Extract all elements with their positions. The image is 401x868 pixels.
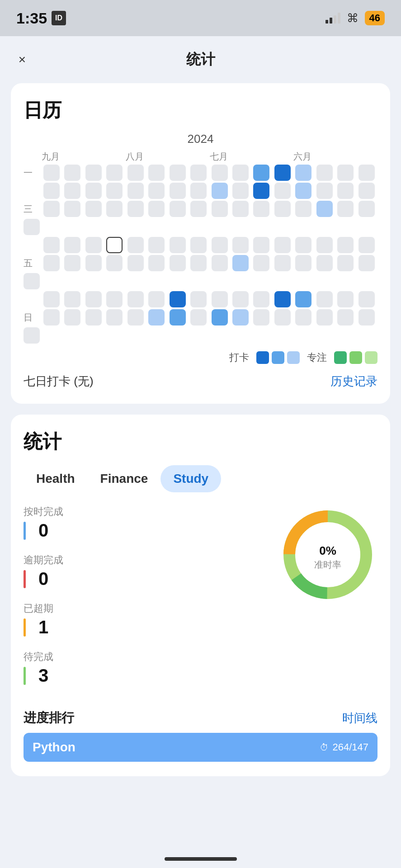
stats-section-title: 统计	[24, 429, 377, 454]
stat-overdue: 已超期 1	[24, 602, 269, 637]
stats-card: 统计 Health Finance Study 按时完成 0	[11, 415, 390, 776]
seven-day-row: 七日打卡 (无) 历史记录	[24, 373, 377, 389]
wifi-icon: ⌘	[347, 11, 359, 25]
tab-health[interactable]: Health	[24, 465, 88, 492]
page-title: 统计	[186, 50, 215, 70]
calendar-row-wed: 三	[24, 201, 377, 235]
time-display: 1:35	[16, 9, 47, 27]
stat-late-label: 逾期完成	[24, 553, 269, 567]
seven-day-label: 七日打卡 (无)	[24, 373, 94, 389]
calendar-row-fri: 五	[24, 255, 377, 289]
weekday-mon: 一	[24, 165, 42, 181]
calendar-row-sun: 日	[24, 309, 377, 344]
stat-ontime-label: 按时完成	[24, 505, 269, 519]
month-sep: 九月	[42, 151, 126, 163]
calendar-legend: 打卡 专注	[24, 351, 377, 364]
legend-green-light	[365, 351, 377, 364]
stats-content: 按时完成 0 逾期完成 0 已超期	[24, 505, 377, 698]
stat-bar-red	[24, 570, 26, 588]
calendar-row-thu	[24, 237, 377, 253]
weekday-fri: 五	[24, 255, 42, 271]
focus-label: 专注	[307, 351, 327, 364]
home-indicator	[165, 857, 237, 861]
calendar-section-title: 日历	[24, 98, 377, 123]
donut-chart: 0% 准时率	[278, 505, 377, 604]
stat-pending-value: 3	[38, 665, 48, 686]
stat-pending-label: 待完成	[24, 650, 269, 664]
calendar-row-mon: 一	[24, 165, 377, 181]
stat-bar-blue	[24, 522, 26, 540]
month-aug: 八月	[126, 151, 210, 163]
status-bar: 1:35 ID ⌘ 46	[0, 0, 401, 36]
weekday-wed: 三	[24, 201, 42, 217]
timeline-link[interactable]: 时间线	[342, 710, 377, 726]
progress-bar-row: Python ⏱ 264/147	[24, 733, 377, 762]
weekday-sun: 日	[24, 309, 42, 326]
legend-green-dark	[334, 351, 347, 364]
donut-sublabel: 准时率	[314, 559, 341, 571]
status-right-icons: ⌘ 46	[326, 11, 385, 25]
stat-bar-green	[24, 667, 26, 685]
signal-icon	[326, 13, 340, 24]
close-button[interactable]: ×	[11, 48, 33, 71]
month-jun: 六月	[293, 151, 377, 163]
calendar-year: 2024	[24, 132, 377, 146]
legend-blue-dark	[256, 351, 269, 364]
calendar-card: 日历 2024 九月 八月 七月 六月 一	[11, 83, 390, 404]
today-cell	[106, 237, 123, 253]
stats-left-panel: 按时完成 0 逾期完成 0 已超期	[24, 505, 269, 698]
app-container: × 统计 日历 2024 九月 八月 七月 六月 一	[0, 36, 401, 868]
stat-pending: 待完成 3	[24, 650, 269, 686]
stat-ontime: 按时完成 0	[24, 505, 269, 541]
tab-finance[interactable]: Finance	[88, 465, 161, 492]
battery-indicator: 46	[365, 11, 385, 25]
month-jul: 七月	[210, 151, 294, 163]
progress-title: 进度排行	[24, 709, 74, 726]
stats-tab-bar: Health Finance Study	[24, 465, 377, 492]
progress-header: 进度排行 时间线	[24, 709, 377, 726]
stat-bar-orange	[24, 618, 26, 637]
month-headers: 九月 八月 七月 六月	[24, 151, 377, 163]
calendar-row-tue	[24, 183, 377, 199]
stat-ontime-value: 0	[38, 520, 48, 541]
stat-overdue-value: 1	[38, 617, 48, 637]
page-header: × 统计	[11, 50, 390, 70]
punchin-label: 打卡	[229, 351, 249, 364]
stat-overdue-label: 已超期	[24, 602, 269, 615]
stat-late-value: 0	[38, 569, 48, 589]
donut-percent: 0%	[314, 538, 341, 559]
stat-late: 逾期完成 0	[24, 553, 269, 589]
legend-green-mid	[349, 351, 362, 364]
progress-bar-label: Python	[33, 740, 75, 755]
legend-blue-light	[287, 351, 300, 364]
id-icon: ID	[52, 11, 66, 25]
status-time: 1:35 ID	[16, 9, 66, 27]
legend-blue-mid	[272, 351, 284, 364]
calendar-row-sat	[24, 291, 377, 307]
history-link[interactable]: 历史记录	[330, 373, 377, 389]
tab-study[interactable]: Study	[160, 465, 221, 492]
progress-bar-info: ⏱ 264/147	[320, 741, 368, 753]
